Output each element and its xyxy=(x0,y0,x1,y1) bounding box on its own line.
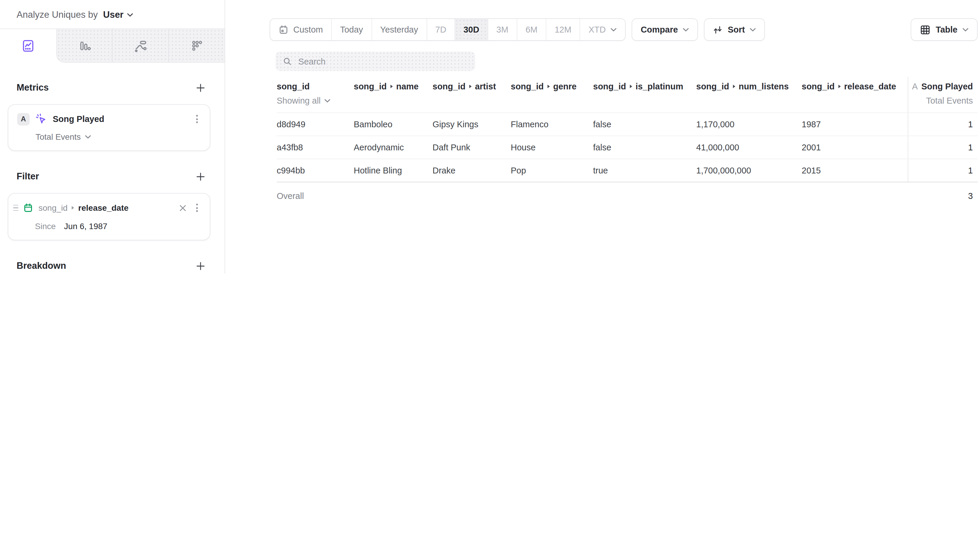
breakdown-section-header: Breakdown xyxy=(17,258,208,274)
cell-song-id: a43fb8 xyxy=(277,136,354,159)
cell-name: Aerodynamic xyxy=(354,136,433,159)
date-range-label: 12M xyxy=(555,25,571,34)
tab-flow-chart[interactable] xyxy=(112,29,169,62)
tab-line-chart[interactable] xyxy=(0,29,56,63)
filter-value[interactable]: Jun 6, 1987 xyxy=(64,221,107,231)
chevron-down-icon xyxy=(127,13,134,17)
cell-genre: House xyxy=(511,136,593,159)
tab-pivot-table[interactable] xyxy=(168,29,224,62)
date-range-30d[interactable]: 30D xyxy=(455,19,487,40)
column-header-release-date[interactable]: song_idrelease_date xyxy=(802,77,908,113)
filter-property-breadcrumb[interactable]: song_id release_date xyxy=(38,203,129,212)
date-type-icon xyxy=(23,203,33,213)
date-range-label: 6M xyxy=(525,25,538,34)
column-label: is_platinum xyxy=(635,82,683,91)
inactive-tab-group xyxy=(56,29,224,63)
add-breakdown-button[interactable] xyxy=(192,258,208,274)
date-range-label: 30D xyxy=(463,25,479,34)
cell-num-listens: 1,700,000,000 xyxy=(696,159,802,182)
cell-artist: Gipsy Kings xyxy=(433,113,511,136)
date-range-label: Yesterday xyxy=(380,25,418,34)
cell-song-id: d8d949 xyxy=(277,113,354,136)
sort-button[interactable]: Sort xyxy=(704,18,765,41)
kebab-menu-icon[interactable] xyxy=(193,201,201,214)
breakdown-title: Breakdown xyxy=(17,260,66,271)
query-sidebar: Analyze Uniques by User xyxy=(0,0,225,274)
add-metric-button[interactable] xyxy=(192,80,208,95)
chevron-down-icon xyxy=(611,27,617,32)
showing-all-dropdown[interactable]: Showing all xyxy=(277,96,354,113)
compare-button[interactable]: Compare xyxy=(632,18,698,41)
compare-label: Compare xyxy=(641,25,678,34)
column-label: name xyxy=(396,82,418,91)
property-prefix: song_id xyxy=(38,203,68,212)
date-range-12m[interactable]: 12M xyxy=(546,19,579,40)
cell-name: Bamboleo xyxy=(354,113,433,136)
date-range-custom[interactable]: Custom xyxy=(270,19,331,40)
filter-card[interactable]: song_id release_date Since Jun 6, 1987 xyxy=(8,193,210,240)
date-range-label: Today xyxy=(340,25,363,34)
metric-event-name: Song Played xyxy=(53,114,104,124)
date-range-yesterday[interactable]: Yesterday xyxy=(371,19,426,40)
drag-handle-icon[interactable] xyxy=(13,205,18,211)
analyze-entity-dropdown[interactable]: User xyxy=(103,10,134,20)
column-header-metric[interactable]: ASong Played Total Events xyxy=(908,77,978,113)
breadcrumb-arrow-icon xyxy=(390,85,393,88)
chevron-down-icon xyxy=(749,27,756,32)
search-bar xyxy=(275,51,475,71)
column-header-song-id[interactable]: song_id Showing all xyxy=(277,77,354,113)
filter-operator-dropdown[interactable]: Since xyxy=(35,221,56,231)
analyze-by-row: Analyze Uniques by User xyxy=(0,0,224,29)
column-prefix: song_id xyxy=(354,82,387,91)
metric-card[interactable]: A Song Played Total Events xyxy=(8,104,210,151)
kebab-menu-icon[interactable] xyxy=(193,113,201,125)
date-range-6m[interactable]: 6M xyxy=(517,19,546,40)
cell-release-date: 1987 xyxy=(802,113,908,136)
showing-all-label: Showing all xyxy=(277,96,321,105)
breadcrumb-arrow-icon xyxy=(630,85,632,88)
calendar-icon xyxy=(278,25,288,35)
close-icon xyxy=(179,204,187,212)
column-header-is-platinum[interactable]: song_idis_platinum xyxy=(593,77,696,113)
line-chart-icon xyxy=(21,39,35,53)
cell-release-date: 2001 xyxy=(802,136,908,159)
cell-metric-value: 1 xyxy=(908,113,978,136)
sort-arrows-icon xyxy=(713,25,723,35)
date-range-label: 7D xyxy=(435,25,446,34)
table-row: a43fb8 Aerodynamic Daft Punk House false… xyxy=(277,136,978,159)
table-grid-icon xyxy=(920,24,931,35)
cell-song-id: c994bb xyxy=(277,159,354,182)
overall-row: Overall 3 xyxy=(277,182,978,209)
column-header-num-listens[interactable]: song_idnum_listens xyxy=(696,77,802,113)
column-label: release_date xyxy=(844,82,896,91)
breadcrumb-arrow-icon xyxy=(469,85,471,88)
chevron-down-icon xyxy=(324,98,331,103)
flow-chart-icon xyxy=(134,39,147,52)
column-label: artist xyxy=(475,82,496,91)
search-input[interactable] xyxy=(297,56,468,67)
date-range-today[interactable]: Today xyxy=(331,19,371,40)
cell-is-platinum: false xyxy=(593,113,696,136)
tab-bar-chart[interactable] xyxy=(57,29,112,62)
breadcrumb-arrow-icon xyxy=(733,85,735,88)
date-range-control: Custom Today Yesterday 7D 30D 3M 6M 12M … xyxy=(270,18,626,41)
date-range-xtd[interactable]: XTD xyxy=(580,19,625,40)
column-header-genre[interactable]: song_idgenre xyxy=(511,77,593,113)
date-range-3m[interactable]: 3M xyxy=(488,19,517,40)
view-type-button[interactable]: Table xyxy=(911,18,978,41)
metrics-title: Metrics xyxy=(17,82,49,93)
measure-dropdown[interactable]: Total Events xyxy=(35,132,201,141)
breadcrumb-arrow-icon xyxy=(838,85,840,88)
add-filter-button[interactable] xyxy=(192,169,208,184)
column-prefix: song_id xyxy=(433,82,465,91)
remove-filter-icon[interactable] xyxy=(178,203,188,213)
plus-icon xyxy=(196,172,205,181)
cell-num-listens: 41,000,000 xyxy=(696,136,802,159)
column-header-artist[interactable]: song_idartist xyxy=(433,77,511,113)
toolbar: Custom Today Yesterday 7D 30D 3M 6M 12M … xyxy=(270,18,978,41)
chart-type-tabbar xyxy=(0,29,224,63)
date-range-label: XTD xyxy=(589,25,606,34)
date-range-7d[interactable]: 7D xyxy=(426,19,455,40)
table-row: d8d949 Bamboleo Gipsy Kings Flamenco fal… xyxy=(277,113,978,136)
column-header-name[interactable]: song_idname xyxy=(354,77,433,113)
